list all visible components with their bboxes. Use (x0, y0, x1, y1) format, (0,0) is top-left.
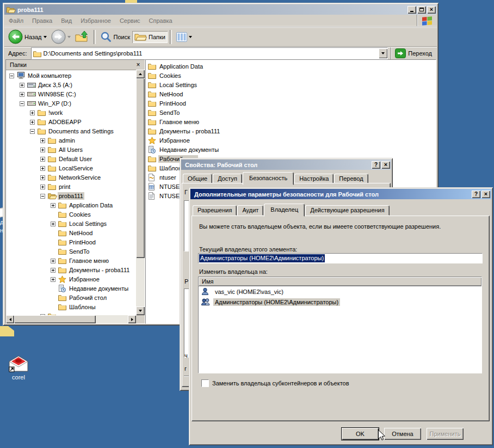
file-list-item[interactable]: Недавние документы (148, 145, 436, 154)
explorer-titlebar[interactable]: proba111 × (4, 4, 437, 15)
minimize-button[interactable] (407, 6, 416, 14)
expand-plus-icon[interactable] (40, 165, 45, 170)
tree-item-label[interactable]: WIN98SE (C:) (37, 90, 77, 98)
tree-item[interactable]: Мой компьютер (6, 71, 136, 80)
collapse-minus-icon[interactable] (30, 128, 35, 133)
desktop-icon-corel[interactable]: corel (1, 355, 36, 381)
back-button[interactable]: Назад (6, 28, 49, 45)
security-tab[interactable]: Аудит (237, 205, 263, 216)
expand-plus-icon[interactable] (51, 258, 55, 263)
tree-item[interactable]: Шаблоны (6, 302, 136, 311)
tree-item[interactable]: SendTo (6, 247, 136, 256)
help-button[interactable]: ? (472, 191, 480, 198)
tree-item[interactable]: !work (6, 108, 136, 117)
scroll-left-button[interactable] (6, 315, 14, 323)
tree-item-label[interactable]: Шаблоны (68, 303, 97, 311)
tree-item-label[interactable]: proba111 (58, 192, 84, 200)
tree-item-label[interactable]: Документы - proba111 (68, 266, 131, 274)
help-button[interactable]: ? (372, 161, 380, 169)
tree-item-label[interactable]: Application Data (68, 201, 114, 209)
vertical-scrollbar-thumb[interactable] (136, 78, 145, 258)
tree-item[interactable]: WIN98SE (C:) (6, 89, 136, 99)
tree-item[interactable]: All Users (6, 145, 136, 154)
expand-plus-icon[interactable] (40, 175, 45, 180)
security-tab[interactable]: Владелец (264, 204, 305, 217)
tree-item-label[interactable]: print (58, 183, 71, 191)
tree-item[interactable]: PrintHood (6, 237, 136, 247)
expand-plus-icon[interactable] (51, 267, 55, 272)
file-item-label[interactable]: Документы - proba111 (158, 127, 221, 135)
file-list-item[interactable]: PrintHood (148, 99, 436, 108)
tree-item[interactable]: proba111 (6, 191, 136, 200)
close-button[interactable]: × (481, 191, 490, 198)
tree-vertical-scrollbar[interactable] (136, 70, 145, 315)
expand-plus-icon[interactable] (51, 202, 55, 207)
cancel-button[interactable]: Отмена (384, 428, 421, 440)
file-list-item[interactable]: Документы - proba111 (148, 126, 436, 136)
tree-item-label[interactable]: Documents and Settings (47, 127, 115, 135)
owner-list-item[interactable]: Администраторы (HOME2\Администраторы) (199, 297, 481, 307)
tree-item[interactable]: Documents and Settings (6, 126, 136, 136)
file-list-item[interactable]: Local Settings (148, 80, 436, 89)
menu-item[interactable]: Правка (28, 17, 57, 24)
tree-item-label[interactable]: Избранное (68, 275, 101, 283)
ok-button[interactable]: OK (342, 428, 379, 440)
tree-item-label[interactable]: admin (58, 137, 76, 144)
expand-plus-icon[interactable] (40, 156, 45, 161)
owner-list-name-header[interactable]: Имя (199, 277, 481, 286)
menu-item[interactable]: Сервис (115, 17, 145, 24)
tree-item-label[interactable]: LocalService (58, 164, 94, 172)
tree-item-label[interactable]: Win_XP (D:) (37, 100, 72, 107)
file-item-label[interactable]: Cookies (158, 72, 182, 79)
file-list-item[interactable]: SendTo (148, 108, 436, 117)
tree-item[interactable]: NetworkService (6, 173, 136, 182)
scroll-up-button[interactable] (136, 70, 145, 78)
menu-item[interactable]: Избранное (76, 17, 115, 24)
expand-plus-icon[interactable] (51, 277, 55, 281)
file-list-item[interactable]: Application Data (148, 62, 436, 71)
close-button[interactable]: × (381, 161, 390, 169)
address-input[interactable]: D:\Documents and Settings\proba111 (31, 47, 388, 59)
security-tab[interactable]: Действующие разрешения (305, 205, 389, 216)
tree-item-label[interactable]: Мой компьютер (27, 72, 72, 79)
file-item-label[interactable]: Local Settings (158, 81, 198, 89)
tree-item[interactable]: Диск 3,5 (A:) (6, 80, 136, 89)
expand-plus-icon[interactable] (20, 91, 24, 96)
chevron-down-icon[interactable] (67, 36, 71, 38)
owner-name[interactable]: vas_vic (HOME2\vas_vic) (213, 288, 285, 296)
file-item-label[interactable]: SendTo (158, 109, 181, 116)
horizontal-scrollbar-thumb[interactable] (14, 315, 96, 323)
security-titlebar[interactable]: Дополнительные параметры безопасности дл… (190, 189, 491, 199)
tree-item[interactable] (6, 311, 136, 315)
expand-plus-icon[interactable] (30, 110, 35, 115)
tree-item[interactable]: Главное меню (6, 256, 136, 265)
file-list-item[interactable]: Cookies (148, 71, 436, 80)
scroll-down-button[interactable] (136, 306, 145, 315)
expand-plus-icon[interactable] (20, 82, 24, 87)
collapse-minus-icon[interactable] (20, 101, 24, 106)
tree-item[interactable]: Документы - proba111 (6, 265, 136, 274)
tree-item-label[interactable]: ADOBEAPP (47, 118, 83, 126)
tree-item-label[interactable]: Главное меню (68, 257, 110, 265)
properties-titlebar[interactable]: Свойства: Рабочий стол ? × (181, 159, 391, 170)
collapse-minus-icon[interactable] (9, 73, 14, 78)
apply-button[interactable]: Применить (427, 428, 464, 440)
file-item-label[interactable]: Недавние документы (158, 146, 220, 154)
tree-item[interactable]: Application Data (6, 200, 136, 210)
tree-item-label[interactable]: !work (47, 109, 64, 116)
tree-item-label[interactable]: NetworkService (58, 174, 102, 181)
go-button[interactable]: Переход (391, 47, 436, 59)
file-item-label[interactable]: Главное меню (158, 118, 200, 126)
address-dropdown-button[interactable] (379, 48, 387, 58)
owner-list-item[interactable]: vas_vic (HOME2\vas_vic) (199, 286, 481, 297)
replace-owner-checkbox[interactable] (201, 379, 209, 387)
tree-item[interactable]: print (6, 182, 136, 191)
tree-item-label[interactable]: Cookies (68, 211, 92, 218)
tree-item-label[interactable]: SendTo (68, 248, 90, 255)
tree-item-label[interactable]: PrintHood (68, 238, 97, 246)
close-folders-panel-button[interactable]: × (134, 62, 142, 68)
owner-name[interactable]: Администраторы (HOME2\Администраторы) (213, 298, 340, 306)
file-item-label[interactable]: Application Data (158, 63, 204, 70)
close-button[interactable]: × (427, 6, 436, 14)
file-list-item[interactable]: Главное меню (148, 117, 436, 126)
